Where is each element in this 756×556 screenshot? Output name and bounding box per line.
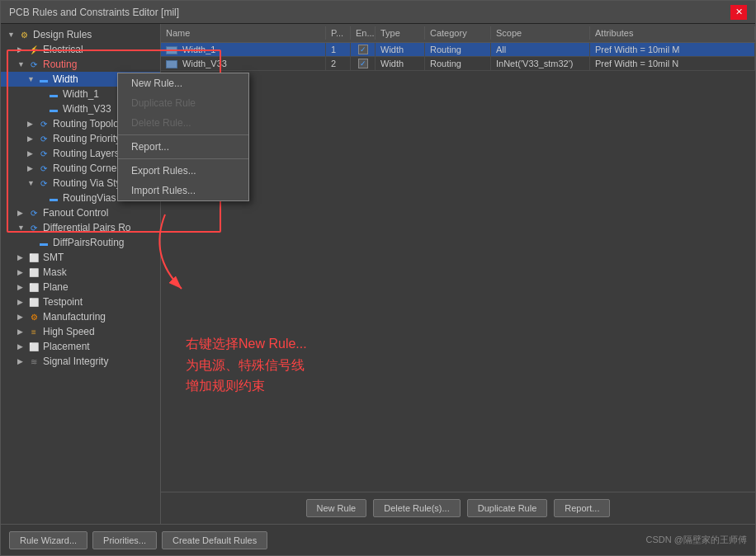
table-header: Name P... En... Type Category Scope Attr…: [161, 24, 755, 43]
tree-item-electrical[interactable]: ▶ ⚡ Electrical: [1, 42, 160, 57]
enabled-checkbox[interactable]: ✓: [358, 59, 368, 68]
arrow-icon: ▶: [17, 209, 27, 217]
context-menu: New Rule... Duplicate Rule Delete Rule..…: [117, 73, 249, 201]
bottom-toolbar: New Rule Delete Rule(s)... Duplicate Rul…: [161, 492, 755, 524]
col-scope: Scope: [491, 26, 590, 40]
cell-type: Width: [376, 57, 425, 70]
arrow-icon: ▶: [17, 313, 27, 321]
row-rule-icon: [166, 46, 177, 54]
watermark: CSDN @隔壁家的王师傅: [646, 534, 747, 546]
cell-type: Width: [376, 43, 425, 56]
tree-item-testpoint[interactable]: ▶ ⬜ Testpoint: [1, 294, 160, 309]
duplicate-rule-button[interactable]: Duplicate Rule: [467, 499, 548, 517]
close-button[interactable]: ✕: [730, 5, 747, 20]
folder-icon: ≋: [27, 355, 40, 368]
tree-item-routing[interactable]: ▼ ⟳ Routing: [1, 57, 160, 72]
new-rule-button[interactable]: New Rule: [306, 499, 367, 517]
tree-item-high-speed[interactable]: ▶ ≡ High Speed: [1, 324, 160, 339]
tree-item-manufacturing[interactable]: ▶ ⚙ Manufacturing: [1, 309, 160, 324]
tree-item-mask[interactable]: ▶ ⬜ Mask: [1, 265, 160, 280]
folder-icon: ⬜: [27, 295, 40, 309]
context-export-rules[interactable]: Export Rules...: [118, 161, 248, 181]
rule-icon: ⟳: [37, 162, 50, 175]
context-delete-rule: Delete Rule...: [118, 113, 248, 133]
arrow-icon: ▶: [17, 268, 27, 276]
tree-item-smt[interactable]: ▶ ⬜ SMT: [1, 250, 160, 265]
arrow-icon: ▼: [27, 75, 37, 83]
rule-sm-icon: ▬: [47, 191, 60, 205]
context-import-rules[interactable]: Import Rules...: [118, 181, 248, 200]
folder-icon: ⟳: [27, 206, 40, 219]
tree-item-fanout-control[interactable]: ▶ ⟳ Fanout Control: [1, 205, 160, 220]
folder-icon: ⚙: [27, 310, 40, 323]
context-report[interactable]: Report...: [118, 137, 248, 157]
row-rule-icon: [166, 60, 177, 68]
cell-scope: InNet('V33_stm32'): [491, 57, 590, 70]
rule-wizard-button[interactable]: Rule Wizard...: [9, 531, 87, 549]
cell-priority: 1: [326, 43, 351, 56]
col-name: Name: [161, 26, 326, 40]
arrow-icon: ▶: [27, 164, 37, 172]
cell-priority: 2: [326, 57, 351, 70]
tree-item-design-rules[interactable]: ▼ ⚙ Design Rules: [1, 27, 160, 42]
cell-name: Width_1: [161, 43, 326, 56]
rule-icon: ⟳: [37, 132, 50, 145]
annotation-area: 右键选择New Rule... 为电源、特殊信号线 增加规则约束: [161, 267, 755, 492]
arrow-icon: ▼: [17, 224, 27, 232]
folder-icon: ≡: [27, 325, 40, 338]
cell-category: Routing: [425, 57, 491, 70]
rule-icon: ⟳: [37, 117, 50, 130]
arrow-icon: ▶: [17, 342, 27, 351]
arrow-icon: ▶: [17, 45, 27, 54]
annotation-text: 右键选择New Rule... 为电源、特殊信号线 增加规则约束: [186, 333, 307, 397]
arrow-icon: ▶: [17, 283, 27, 291]
footer: Rule Wizard... Priorities... Create Defa…: [1, 524, 755, 555]
folder-icon: ⬜: [27, 251, 40, 264]
cell-category: Routing: [425, 43, 491, 56]
context-separator-2: [118, 158, 248, 159]
arrow-icon: ▼: [17, 60, 27, 68]
right-panel: Name P... En... Type Category Scope Attr…: [161, 24, 755, 524]
cell-name: Width_V33: [161, 57, 326, 70]
folder-icon: ⬜: [27, 266, 40, 279]
cell-enabled: ✓: [351, 43, 376, 56]
folder-icon: ⬜: [27, 280, 40, 294]
footer-buttons: Rule Wizard... Priorities... Create Defa…: [9, 531, 267, 549]
tree-item-diff-pairs[interactable]: ▼ ⟳ Differential Pairs Ro: [1, 220, 160, 235]
priorities-button[interactable]: Priorities...: [92, 531, 157, 549]
arrow-icon: ▶: [27, 134, 37, 143]
context-separator-1: [118, 134, 248, 135]
arrow-icon: ▼: [27, 179, 37, 187]
rule-icon: ⟳: [37, 177, 50, 190]
rule-sm-icon: ▬: [37, 236, 50, 249]
col-enabled: En...: [351, 26, 376, 40]
arrow-icon: ▶: [27, 120, 37, 128]
cell-attributes: Pref Width = 10mil N: [590, 57, 755, 70]
arrow-icon: ▶: [17, 357, 27, 365]
table-body: Width_1 1 ✓ Width Routing All Pref Width…: [161, 43, 755, 267]
tree-item-placement[interactable]: ▶ ⬜ Placement: [1, 339, 160, 354]
arrow-icon: ▶: [17, 298, 27, 306]
folder-icon: ⬜: [27, 340, 40, 353]
tree-item-diff-pairs-rule[interactable]: ▬ DiffPairsRouting: [1, 235, 160, 250]
cell-scope: All: [491, 43, 590, 56]
rule-sm-icon: ▬: [47, 102, 60, 115]
main-window: PCB Rules and Constraints Editor [mil] ✕…: [0, 0, 756, 556]
create-default-button[interactable]: Create Default Rules: [162, 531, 267, 549]
cell-attributes: Pref Width = 10mil M: [590, 43, 755, 56]
col-type: Type: [376, 26, 425, 40]
folder-icon: ⚙: [17, 28, 31, 41]
window-title: PCB Rules and Constraints Editor [mil]: [9, 7, 179, 18]
arrow-icon: ▶: [17, 253, 27, 262]
col-attributes: Attributes: [590, 26, 755, 40]
report-button[interactable]: Report...: [554, 499, 610, 517]
enabled-checkbox[interactable]: ✓: [358, 45, 368, 54]
table-row[interactable]: Width_1 1 ✓ Width Routing All Pref Width…: [161, 43, 755, 57]
delete-rule-button[interactable]: Delete Rule(s)...: [373, 499, 460, 517]
title-bar: PCB Rules and Constraints Editor [mil] ✕: [1, 1, 755, 24]
tree-item-plane[interactable]: ▶ ⬜ Plane: [1, 280, 160, 294]
context-new-rule[interactable]: New Rule...: [118, 73, 248, 93]
context-duplicate-rule: Duplicate Rule: [118, 93, 248, 113]
table-row[interactable]: Width_V33 2 ✓ Width Routing InNet('V33_s…: [161, 57, 755, 71]
tree-item-signal-integrity[interactable]: ▶ ≋ Signal Integrity: [1, 354, 160, 369]
